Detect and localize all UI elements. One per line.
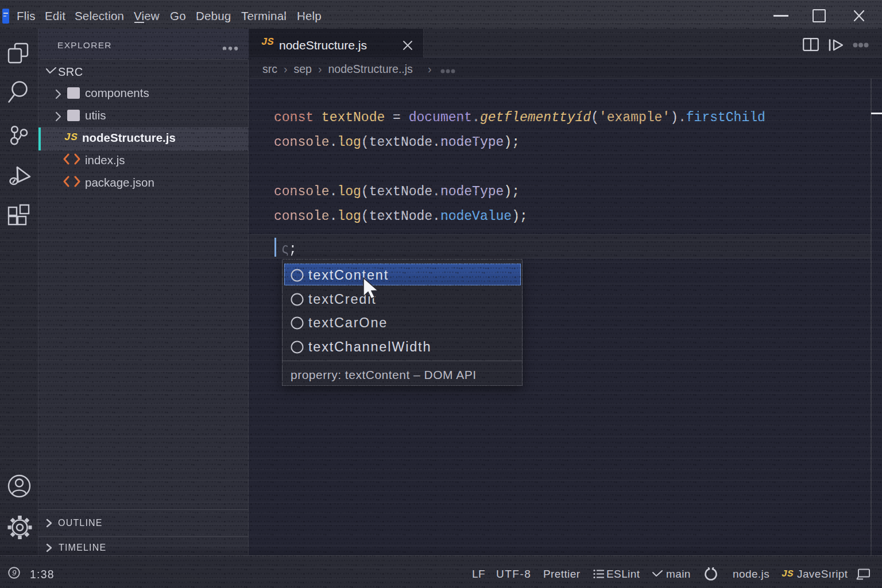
svg-text:9: 9 [12, 568, 17, 577]
